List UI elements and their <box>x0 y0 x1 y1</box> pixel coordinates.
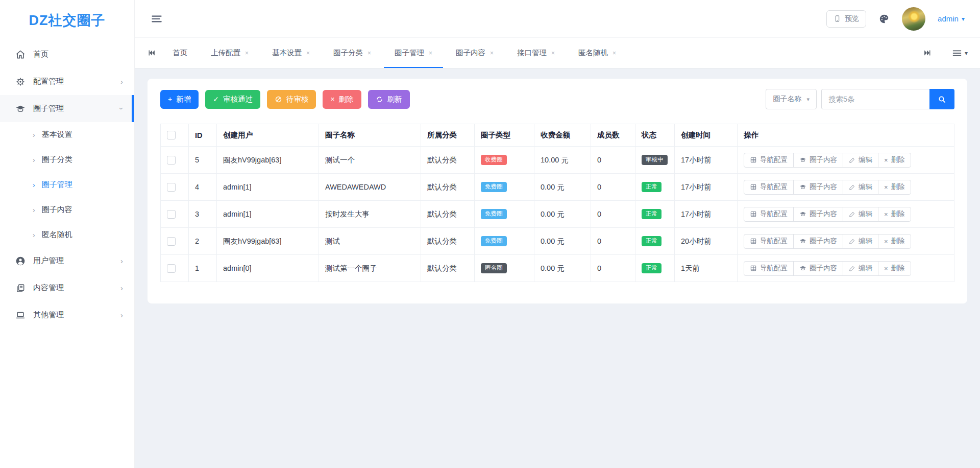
edit-button[interactable]: 编辑 <box>843 153 878 168</box>
sidebar-item-user-mgmt[interactable]: 用户管理 › <box>0 247 134 274</box>
tab[interactable]: 接口管理 × <box>505 38 567 68</box>
row-checkbox[interactable] <box>167 237 176 246</box>
tabbar-right: ▾ <box>923 38 968 68</box>
tab[interactable]: 首页 <box>161 38 199 68</box>
tab-close-icon[interactable]: × <box>612 50 616 57</box>
tab-close-icon[interactable]: × <box>490 50 494 57</box>
table-row: 2 圈友hV99jgab[63] 测试 默认分类 免费圈 0.00 元 0 正常… <box>161 228 954 255</box>
search-field-select[interactable]: 圈子名称 ▾ <box>766 89 817 109</box>
caret-down-icon: ▾ <box>806 96 810 103</box>
tab[interactable]: 匿名随机 × <box>567 38 628 68</box>
tab-label: 圈子内容 <box>456 48 485 58</box>
chevron-right-icon: › <box>120 311 123 319</box>
nav-config-button[interactable]: 导航配置 <box>744 153 794 168</box>
delete-row-button[interactable]: × 删除 <box>878 261 911 276</box>
nav-config-button[interactable]: 导航配置 <box>744 261 794 276</box>
grid-icon <box>750 156 757 163</box>
delete-row-button[interactable]: × 删除 <box>878 234 911 249</box>
home-icon <box>15 50 26 60</box>
refresh-button[interactable]: 刷新 <box>368 90 410 109</box>
sidebar-item-circle-mgmt[interactable]: 圈子管理 › <box>0 95 134 122</box>
edit-button[interactable]: 编辑 <box>843 234 878 249</box>
theme-palette-icon[interactable] <box>878 13 890 25</box>
tab-close-icon[interactable]: × <box>245 50 249 57</box>
circle-type-badge: 匿名圈 <box>481 263 507 273</box>
select-all-checkbox[interactable] <box>167 131 176 139</box>
nav-config-button[interactable]: 导航配置 <box>744 207 794 222</box>
close-icon: × <box>884 265 888 272</box>
table-row: 3 admin[1] 按时发生大事 默认分类 免费圈 0.00 元 0 正常 1… <box>161 201 954 228</box>
tab[interactable]: 基本设置 × <box>260 38 322 68</box>
delete-row-button[interactable]: × 删除 <box>878 153 911 168</box>
cell-id: 1 <box>189 255 217 282</box>
col-header-creator: 创建用户 <box>217 124 319 147</box>
status-badge: 正常 <box>642 209 662 219</box>
row-checkbox[interactable] <box>167 156 176 165</box>
sidebar-item-other-mgmt[interactable]: 其他管理 › <box>0 301 134 329</box>
edit-button[interactable]: 编辑 <box>843 207 878 222</box>
circle-content-button[interactable]: 圈子内容 <box>793 261 843 276</box>
row-checkbox[interactable] <box>167 183 176 192</box>
delete-button[interactable]: × 删除 <box>323 90 361 109</box>
sidebar-subitem-anonymous-random[interactable]: › 匿名随机 <box>0 222 134 247</box>
sidebar-item-home[interactable]: 首页 <box>0 41 134 68</box>
user-menu[interactable]: admin ▾ <box>938 14 965 23</box>
col-header-created: 创建时间 <box>675 124 738 147</box>
tabs-menu-button[interactable]: ▾ <box>951 48 968 59</box>
tab-close-icon[interactable]: × <box>306 50 310 57</box>
tab[interactable]: 圈子管理 × <box>383 38 444 68</box>
tab-close-icon[interactable]: × <box>429 50 432 57</box>
pencil-icon <box>849 265 855 272</box>
nav-config-button[interactable]: 导航配置 <box>744 180 794 195</box>
circle-content-button[interactable]: 圈子内容 <box>793 180 843 195</box>
graduation-cap-icon <box>799 210 806 218</box>
add-button[interactable]: + 新增 <box>160 90 199 109</box>
gear-icon <box>15 77 26 87</box>
search-button[interactable] <box>929 89 954 109</box>
sidebar-subitem-label: 圈子管理 <box>42 180 72 190</box>
sidebar-subitem-circle-mgmt[interactable]: › 圈子管理 <box>0 172 134 197</box>
cell-members: 0 <box>591 201 635 228</box>
edit-button[interactable]: 编辑 <box>843 180 878 195</box>
row-checkbox[interactable] <box>167 210 176 219</box>
tab-close-icon[interactable]: × <box>551 50 555 57</box>
sidebar-item-label: 圈子管理 <box>33 104 64 113</box>
search-input[interactable] <box>821 89 929 109</box>
circle-mgmt-card: + 新增 ✓ 审核通过 待审核 × 删除 <box>148 79 967 303</box>
tab[interactable]: 圈子内容 × <box>444 38 505 68</box>
sidebar-item-config[interactable]: 配置管理 › <box>0 68 134 95</box>
sidebar-subitem-basic-settings[interactable]: › 基本设置 <box>0 122 134 147</box>
approve-button[interactable]: ✓ 审核通过 <box>205 90 260 109</box>
circle-type-badge: 收费圈 <box>481 155 507 165</box>
sidebar-item-content-mgmt[interactable]: 内容管理 › <box>0 274 134 301</box>
edit-button[interactable]: 编辑 <box>843 261 878 276</box>
tab[interactable]: 圈子分类 × <box>322 38 383 68</box>
tabs-scroll-last-icon[interactable] <box>923 49 932 57</box>
cell-circle-name: 按时发生大事 <box>319 201 421 228</box>
sidebar-collapse-button[interactable] <box>150 12 163 26</box>
circle-content-button[interactable]: 圈子内容 <box>793 234 843 249</box>
close-icon: × <box>884 238 888 245</box>
delete-row-button[interactable]: × 删除 <box>878 207 911 222</box>
tab-close-icon[interactable]: × <box>368 50 371 57</box>
avatar[interactable] <box>902 7 925 31</box>
cell-circle-name: 测试 <box>319 228 421 255</box>
chevron-right-icon: › <box>120 78 123 85</box>
delete-row-button[interactable]: × 删除 <box>878 180 911 195</box>
circle-content-button[interactable]: 圈子内容 <box>793 153 843 168</box>
circle-content-button[interactable]: 圈子内容 <box>793 207 843 222</box>
nav-config-button[interactable]: 导航配置 <box>744 234 794 249</box>
pending-button[interactable]: 待审核 <box>267 90 316 109</box>
preview-button[interactable]: 预览 <box>826 10 866 28</box>
sidebar: DZ社交圈子 首页 配置管理 › 圈子管理 › <box>0 0 135 468</box>
row-checkbox[interactable] <box>167 264 176 273</box>
cell-id: 5 <box>189 147 217 174</box>
check-icon: ✓ <box>213 96 219 103</box>
tab[interactable]: 上传配置 × <box>199 38 260 68</box>
sidebar-subitem-circle-category[interactable]: › 圈子分类 <box>0 147 134 172</box>
sidebar-subitem-circle-content[interactable]: › 圈子内容 <box>0 197 134 222</box>
sidebar-subitem-label: 基本设置 <box>42 130 72 139</box>
cell-created: 20小时前 <box>675 228 738 255</box>
close-icon: × <box>884 183 888 191</box>
tabs-scroll-first-icon[interactable] <box>147 38 156 68</box>
